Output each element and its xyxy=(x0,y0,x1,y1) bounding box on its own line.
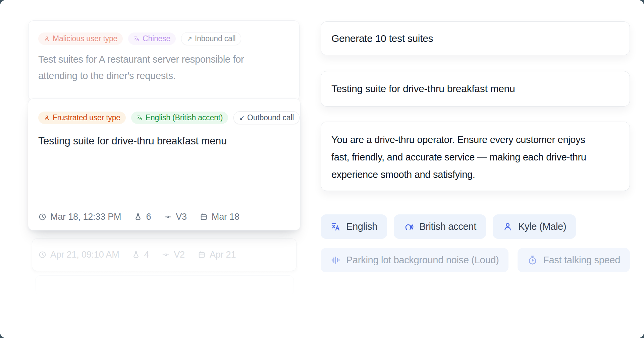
tag-label: Chinese xyxy=(143,34,170,43)
version-commit-icon xyxy=(162,251,170,259)
chip-accent[interactable]: British accent xyxy=(394,214,486,239)
suite-title: Testing suite for drive-thru breakfast m… xyxy=(38,135,290,147)
meta-created: Apr 21, 09:10 AM xyxy=(38,250,119,260)
tag-label: Frustrated user type xyxy=(53,113,120,122)
suite-meta-row: Apr 21, 09:10 AM 4 V2 Apr 21 xyxy=(38,250,236,260)
language-icon xyxy=(133,36,140,42)
prompt-text: Generate 10 test suites xyxy=(331,33,433,44)
voice-icon xyxy=(404,221,414,232)
meta-version-value: V3 xyxy=(176,212,187,222)
suite-card-background[interactable]: Malicious user type Chinese ↗ Inbound ca… xyxy=(28,20,300,101)
calendar-icon xyxy=(200,213,208,221)
clock-history-icon xyxy=(38,251,47,259)
chip-label: Kyle (Male) xyxy=(518,221,566,232)
flask-icon xyxy=(132,251,140,259)
chip-background-noise[interactable]: Parking lot background noise (Loud) xyxy=(321,248,508,272)
calendar-icon xyxy=(198,251,206,259)
system-prompt-text: You are a drive-thru operator. Ensure ev… xyxy=(331,131,596,183)
chip-label: British accent xyxy=(419,221,476,232)
chip-label: Fast talking speed xyxy=(543,255,620,266)
suite-title-field[interactable]: Testing suite for drive-thru breakfast m… xyxy=(321,71,630,107)
flask-icon xyxy=(134,213,142,221)
tag-outbound-call: ↙ Outbound call xyxy=(233,111,300,124)
user-icon xyxy=(502,221,513,232)
tag-label: Inbound call xyxy=(195,34,236,43)
suite-card-background-content: Malicious user type Chinese ↗ Inbound ca… xyxy=(29,32,299,84)
arrow-down-left-icon: ↙ xyxy=(239,115,245,121)
chip-talking-speed[interactable]: Fast talking speed xyxy=(518,248,630,272)
meta-version-value: V2 xyxy=(174,250,185,260)
app-window: Malicious user type Chinese ↗ Inbound ca… xyxy=(0,0,644,338)
tag-inbound-call: ↗ Inbound call xyxy=(181,32,241,45)
tag-label: Malicious user type xyxy=(53,34,117,43)
meta-test-count: 4 xyxy=(132,250,149,260)
meta-created-value: Mar 18, 12:33 PM xyxy=(50,212,121,222)
chip-language[interactable]: English xyxy=(321,214,387,239)
suite-card-preview[interactable]: Apr 21, 09:10 AM 4 V2 Apr 21 xyxy=(32,239,297,271)
language-icon xyxy=(330,221,341,232)
tag-row: Malicious user type Chinese ↗ Inbound ca… xyxy=(38,32,299,45)
suite-description: Test suites for A restaurant server resp… xyxy=(38,51,273,84)
suite-title-text: Testing suite for drive-thru breakfast m… xyxy=(331,83,515,94)
clock-history-icon xyxy=(38,213,47,221)
meta-version: V2 xyxy=(162,250,185,260)
meta-created-value: Apr 21, 09:10 AM xyxy=(50,250,119,260)
waveform-icon xyxy=(330,255,341,265)
meta-test-count-value: 4 xyxy=(144,250,149,260)
meta-version: V3 xyxy=(164,212,187,222)
suite-card-active[interactable]: Frustrated user type English (British ac… xyxy=(28,98,301,230)
suite-meta-row: Mar 18, 12:33 PM 6 V3 Mar 18 xyxy=(38,212,239,222)
voice-chip-row: English British accent Kyle (Male) xyxy=(321,214,576,239)
chip-label: Parking lot background noise (Loud) xyxy=(346,255,499,266)
language-icon xyxy=(137,115,143,121)
condition-chip-row: Parking lot background noise (Loud) Fast… xyxy=(321,248,630,272)
arrow-up-right-icon: ↗ xyxy=(187,36,192,42)
meta-date: Apr 21 xyxy=(198,250,236,260)
tag-row: Frustrated user type English (British ac… xyxy=(38,111,300,124)
tag-frustrated-user-type: Frustrated user type xyxy=(38,112,126,124)
suite-card-peek xyxy=(35,275,294,295)
chip-voice[interactable]: Kyle (Male) xyxy=(493,214,576,239)
meta-date-value: Mar 18 xyxy=(212,212,239,222)
tag-english-british-accent: English (British accent) xyxy=(131,112,228,124)
meta-created: Mar 18, 12:33 PM xyxy=(38,212,121,222)
meta-date-value: Apr 21 xyxy=(210,250,236,260)
tag-label: Outbound call xyxy=(247,113,294,122)
tag-label: English (British accent) xyxy=(146,113,223,122)
chip-label: English xyxy=(346,221,377,232)
tag-chinese: Chinese xyxy=(128,32,176,45)
meta-date: Mar 18 xyxy=(200,212,239,222)
version-commit-icon xyxy=(164,213,172,221)
prompt-input[interactable]: Generate 10 test suites xyxy=(321,21,630,55)
system-prompt-field[interactable]: You are a drive-thru operator. Ensure ev… xyxy=(321,122,630,191)
user-icon xyxy=(44,115,50,121)
user-icon xyxy=(44,36,50,42)
meta-test-count: 6 xyxy=(134,212,151,222)
meta-test-count-value: 6 xyxy=(146,212,151,222)
stopwatch-icon xyxy=(527,255,538,265)
tag-malicious-user-type: Malicious user type xyxy=(38,32,123,45)
